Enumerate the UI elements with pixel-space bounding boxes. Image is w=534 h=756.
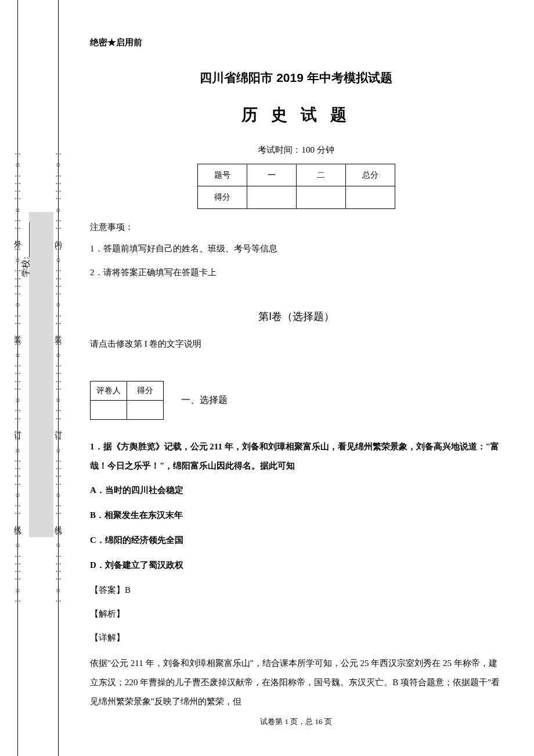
- subject-title: 历 史 试 题: [90, 100, 502, 129]
- q1-analysis-label: 【解析】: [90, 606, 502, 622]
- score-row-label: 得分: [197, 186, 247, 208]
- note-2: 2．请将答案正确填写在答题卡上: [90, 265, 502, 280]
- notes-heading: 注意事项：: [90, 219, 502, 235]
- q1-option-a: A．当时的四川社会稳定: [90, 483, 502, 498]
- main-content: 绝密★启用前 四川省绵阳市 2019 年中考模拟试题 历 史 试 题 考试时间：…: [75, 0, 534, 756]
- score-summary-table: 题号 一 二 总分 得分: [197, 164, 395, 208]
- score-cell-total: [345, 186, 395, 208]
- q1-answer-block: 【答案】B 【解析】 【详解】 依据"公元 211 年，刘备和刘璋相聚富乐山"，…: [90, 582, 502, 711]
- q1-detail-label: 【详解】: [90, 630, 502, 646]
- exam-time: 考试时间：100 分钟: [90, 142, 502, 158]
- note-1: 1．答题前填写好自己的姓名、班级、考号等信息: [90, 241, 502, 257]
- grader-reviewer-blank: [91, 400, 127, 419]
- grader-table: 评卷人 得分: [90, 381, 164, 420]
- fold-marks-inner: ⁝ ○ ⁝ ⁝ ⁝ ⁝ ○ ⁝ ⁝ 内 ⁝ ⁝ ○ ⁝ ⁝ ⁝ ⁝ ○ ⁝ ⁝ …: [53, 0, 63, 756]
- q1-option-b: B．相聚发生在东汉末年: [90, 507, 502, 523]
- field-school-label: 学校:________: [20, 222, 31, 276]
- q1-detail-text: 依据"公元 211 年，刘备和刘璋相聚富乐山"，结合课本所学可知，公元 25 年…: [90, 654, 502, 711]
- confidential-label: 绝密★启用前: [90, 35, 502, 51]
- grader-col-score: 得分: [127, 381, 164, 400]
- q1-option-d: D．刘备建立了蜀汉政权: [90, 557, 502, 573]
- q1-option-c: C．绵阳的经济领先全国: [90, 532, 502, 548]
- fold-marks-outer: ⁝ ○ ⁝ ⁝ ⁝ ⁝ ○ ⁝ ⁝ 外 ⁝ ⁝ ○ ⁝ ⁝ ⁝ ⁝ ○ ⁝ ⁝ …: [13, 0, 22, 756]
- section-choice-label: 一、选择题: [181, 392, 228, 409]
- score-cell-1: [247, 186, 296, 208]
- score-cell-2: [296, 186, 345, 208]
- exam-page: ⁝ ○ ⁝ ⁝ ⁝ ⁝ ○ ⁝ ⁝ 外 ⁝ ⁝ ○ ⁝ ⁝ ⁝ ⁝ ○ ⁝ ⁝ …: [0, 0, 534, 756]
- score-header-1: 一: [247, 164, 296, 186]
- score-header-2: 二: [296, 164, 345, 186]
- exam-title: 四川省绵阳市 2019 年中考模拟试题: [90, 67, 502, 89]
- page-number: 试卷第 1 页，总 16 页: [90, 715, 502, 728]
- binding-gutter: ⁝ ○ ⁝ ⁝ ⁝ ⁝ ○ ⁝ ⁝ 外 ⁝ ⁝ ○ ⁝ ⁝ ⁝ ⁝ ○ ⁝ ⁝ …: [0, 0, 75, 756]
- grader-score-blank: [127, 400, 164, 419]
- student-info-strip: 学校:________ 姓名:________ 班级:________ 考号:_…: [32, 226, 53, 272]
- q1-answer: 【答案】B: [90, 582, 502, 598]
- section-1-title: 第Ⅰ卷（选择题）: [90, 307, 502, 326]
- score-header-total: 总分: [345, 164, 395, 186]
- section-1-instruction: 请点击修改第 I 卷的文字说明: [90, 336, 502, 352]
- grader-col-reviewer: 评卷人: [91, 381, 127, 400]
- score-header-num: 题号: [197, 164, 247, 186]
- grader-row: 评卷人 得分 一、选择题: [90, 381, 502, 420]
- q1-stem: 1．据《方舆胜览》记载，公元 211 年，刘备和刘璋相聚富乐山，看见绵州繁荣景象…: [90, 437, 502, 476]
